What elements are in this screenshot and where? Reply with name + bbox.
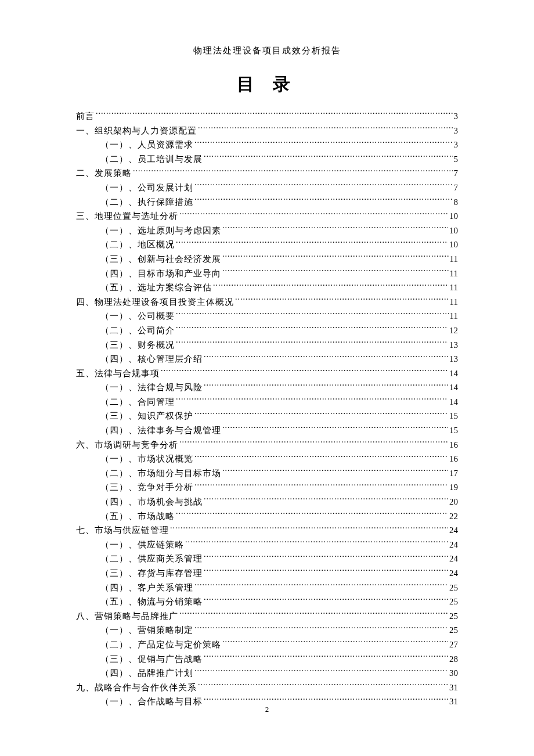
toc-title: 目 录: [0, 73, 534, 96]
toc-page-number: 14: [449, 380, 458, 395]
toc-dots: [194, 410, 448, 419]
toc-entry[interactable]: （四）、目标市场和产业导向11: [76, 267, 458, 281]
toc-entry[interactable]: 六、市场调研与竞争分析16: [76, 438, 458, 452]
toc-dots: [96, 110, 453, 119]
toc-entry[interactable]: （一）、公司发展计划7: [76, 181, 458, 195]
toc-page-number: 15: [449, 423, 458, 438]
toc-entry[interactable]: （三）、竞争对手分析19: [76, 480, 458, 495]
toc-entry[interactable]: （五）、物流与分销策略25: [76, 595, 458, 609]
toc-entry[interactable]: （三）、存货与库存管理24: [76, 566, 458, 581]
toc-entry[interactable]: （二）、产品定位与定价策略27: [76, 638, 458, 652]
toc-entry[interactable]: （一）、公司概要11: [76, 309, 458, 323]
toc-entry[interactable]: （二）、执行保障措施8: [76, 195, 458, 210]
page-number: 2: [0, 705, 534, 714]
toc-entry[interactable]: （三）、促销与广告战略28: [76, 652, 458, 667]
toc-page-number: 25: [449, 609, 458, 624]
toc-page-number: 20: [449, 495, 458, 509]
toc-label: （一）、选址原则与考虑因素: [100, 224, 221, 238]
toc-dots: [194, 481, 448, 490]
toc-entry[interactable]: （四）、法律事务与合规管理15: [76, 423, 458, 438]
toc-page-number: 8: [454, 195, 459, 210]
toc-label: （五）、市场战略: [100, 509, 175, 524]
toc-label: （一）、人员资源需求: [100, 138, 193, 152]
toc-label: 七、市场与供应链管理: [76, 523, 169, 538]
toc-label: 四、物理法处理设备项目投资主体概况: [76, 295, 234, 309]
toc-entry[interactable]: （四）、品牌推广计划30: [76, 666, 458, 681]
toc-label: （一）、公司发展计划: [100, 181, 193, 195]
toc-entry[interactable]: （三）、创新与社会经济发展11: [76, 252, 458, 267]
toc-page-number: 19: [449, 480, 458, 495]
toc-label: 六、市场调研与竞争分析: [76, 438, 178, 452]
toc-page-number: 16: [449, 452, 458, 466]
toc-entry[interactable]: （二）、公司简介12: [76, 323, 458, 338]
toc-entry[interactable]: 七、市场与供应链管理24: [76, 523, 458, 538]
toc-label: （二）、公司简介: [100, 323, 175, 338]
toc-page-number: 11: [450, 280, 458, 295]
toc-dots: [176, 239, 448, 247]
toc-page-number: 10: [449, 224, 458, 238]
toc-dots: [176, 339, 448, 348]
toc-page-number: 28: [449, 652, 458, 667]
toc-dots: [179, 610, 448, 619]
toc-label: 前言: [76, 109, 95, 124]
toc-entry[interactable]: （一）、市场状况概览16: [76, 452, 458, 466]
toc-entry[interactable]: （一）、供应链策略24: [76, 538, 458, 552]
toc-page-number: 31: [449, 681, 458, 695]
toc-label: （二）、员工培训与发展: [100, 152, 203, 167]
toc-label: 二、发展策略: [76, 166, 132, 181]
toc-dots: [222, 424, 448, 433]
toc-entry[interactable]: （一）、选址原则与考虑因素10: [76, 224, 458, 238]
toc-entry[interactable]: （二）、供应商关系管理24: [76, 552, 458, 566]
toc-entry[interactable]: （二）、合同管理14: [76, 395, 458, 409]
toc-label: 三、地理位置与选址分析: [76, 209, 178, 224]
toc-entry[interactable]: （三）、财务概况13: [76, 338, 458, 352]
toc-entry[interactable]: 五、法律与合规事项14: [76, 366, 458, 381]
toc-label: （三）、促销与广告战略: [100, 652, 203, 667]
toc-label: （二）、供应商关系管理: [100, 552, 203, 566]
toc-dots: [204, 153, 453, 162]
toc-label: （五）、物流与分销策略: [100, 595, 203, 609]
toc-entry[interactable]: 九、战略合作与合作伙伴关系31: [76, 681, 458, 695]
toc-label: （一）、营销策略制定: [100, 623, 193, 638]
toc-entry[interactable]: （一）、法律合规与风险14: [76, 380, 458, 395]
toc-page-number: 10: [449, 237, 458, 252]
toc-label: （三）、竞争对手分析: [100, 480, 193, 495]
toc-dots: [179, 439, 448, 448]
toc-page-number: 24: [449, 552, 458, 566]
toc-entry[interactable]: 一、组织架构与人力资源配置3: [76, 124, 458, 138]
toc-label: 八、营销策略与品牌推广: [76, 609, 178, 624]
toc-entry[interactable]: 前言3: [76, 109, 458, 124]
toc-entry[interactable]: （一）、人员资源需求3: [76, 138, 458, 152]
toc-entry[interactable]: （三）、知识产权保护15: [76, 409, 458, 423]
toc-label: 一、组织架构与人力资源配置: [76, 124, 197, 138]
toc-dots: [176, 325, 448, 333]
toc-entry[interactable]: 二、发展策略7: [76, 166, 458, 181]
toc-entry[interactable]: （四）、客户关系管理25: [76, 581, 458, 595]
toc-entry[interactable]: 三、地理位置与选址分析10: [76, 209, 458, 224]
toc-entry[interactable]: （二）、市场细分与目标市场17: [76, 466, 458, 481]
toc-entry[interactable]: （四）、核心管理层介绍13: [76, 352, 458, 366]
toc-entry[interactable]: （五）、市场战略22: [76, 509, 458, 524]
toc-dots: [222, 268, 449, 276]
toc-label: （四）、客户关系管理: [100, 581, 193, 595]
toc-label: （三）、知识产权保护: [100, 409, 193, 423]
toc-page-number: 11: [450, 295, 458, 309]
toc-dots: [204, 353, 448, 362]
toc-label: （二）、地区概况: [100, 237, 175, 252]
toc-label: （四）、法律事务与合规管理: [100, 423, 221, 438]
toc-entry[interactable]: 八、营销策略与品牌推广25: [76, 609, 458, 624]
toc-entry[interactable]: （四）、市场机会与挑战20: [76, 495, 458, 509]
toc-dots: [204, 596, 448, 604]
toc-entry[interactable]: （五）、选址方案综合评估11: [76, 280, 458, 295]
toc-entry[interactable]: （二）、员工培训与发展5: [76, 152, 458, 167]
toc-entry[interactable]: （二）、地区概况10: [76, 237, 458, 252]
toc-page-number: 25: [449, 581, 458, 595]
toc-dots: [235, 296, 449, 305]
toc-page-number: 7: [454, 181, 459, 195]
toc-page-number: 17: [449, 466, 458, 481]
toc-entry[interactable]: 四、物理法处理设备项目投资主体概况11: [76, 295, 458, 309]
toc-label: （四）、目标市场和产业导向: [100, 267, 221, 281]
toc-label: （一）、供应链策略: [100, 538, 184, 552]
toc-dots: [194, 139, 453, 147]
toc-entry[interactable]: （一）、营销策略制定25: [76, 623, 458, 638]
